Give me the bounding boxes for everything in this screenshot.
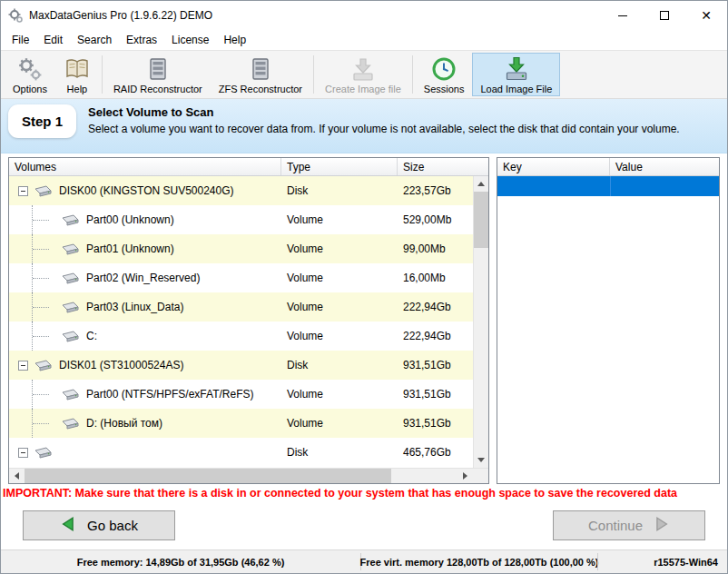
table-row[interactable]: Part01 (Unknown) Volume 99,00Mb: [9, 234, 473, 263]
back-arrow-icon: [60, 515, 78, 536]
step-title: Select Volume to Scan: [88, 105, 680, 119]
load-image-file-button[interactable]: Load Image File: [472, 53, 560, 96]
toolbar-separator: [313, 55, 314, 94]
volume-name: Part01 (Unknown): [86, 242, 174, 255]
table-row[interactable]: Part00 (Unknown) Volume 529,00Mb: [9, 205, 473, 234]
volume-type: Volume: [281, 263, 398, 292]
volume-type: Disk: [281, 438, 398, 467]
step-info: Select Volume to Scan Select a volume yo…: [88, 104, 680, 137]
volume-size: 931,51Gb: [398, 351, 473, 380]
status-bar: Free memory: 14,89Gb of 31,95Gb (46,62 %…: [1, 549, 727, 573]
scroll-down-arrow[interactable]: [474, 452, 488, 468]
app-window: MaxDataGenius Pro (1.9.6.22) DEMO ✕ File…: [0, 0, 728, 574]
menu-extras[interactable]: Extras: [119, 32, 164, 48]
volume-type: Volume: [281, 380, 398, 409]
column-header-type[interactable]: Type: [281, 158, 398, 175]
menu-search[interactable]: Search: [70, 32, 119, 48]
scroll-left-arrow[interactable]: [9, 469, 25, 483]
create-image-icon: [349, 55, 377, 83]
volume-type: Volume: [281, 234, 398, 263]
toolbar-separator: [102, 55, 103, 94]
table-row[interactable]: Disk 465,76Gb: [9, 438, 473, 467]
zfs-tower-icon: [247, 55, 274, 83]
vertical-scroll-thumb[interactable]: [474, 192, 488, 248]
tree-connector: [32, 234, 55, 263]
volume-size: 465,76Gb: [398, 438, 473, 467]
volume-name: Part00 (Unknown): [86, 213, 174, 226]
gears-icon: [16, 55, 44, 83]
navigation-bar: Go back Continue: [1, 502, 727, 548]
zfs-reconstructor-button[interactable]: ZFS Reconstructor: [211, 53, 310, 96]
column-header-volumes[interactable]: Volumes: [9, 158, 281, 175]
details-panel: Key Value: [497, 157, 720, 484]
table-row[interactable]: Part00 (NTFS/HPFS/exFAT/ReFS) Volume 931…: [9, 380, 473, 409]
important-warning: IMPORTANT: Make sure that there is a dis…: [1, 484, 727, 502]
step-banner: Step 1 Select Volume to Scan Select a vo…: [1, 99, 727, 153]
forward-arrow-icon: [652, 515, 670, 536]
go-back-button[interactable]: Go back: [23, 510, 175, 540]
volume-name: DISK01 (ST31000524AS): [59, 359, 183, 371]
scroll-up-arrow[interactable]: [474, 176, 488, 192]
load-image-file-label: Load Image File: [480, 84, 552, 94]
options-button[interactable]: Options: [5, 53, 55, 96]
sessions-label: Sessions: [424, 84, 465, 94]
create-image-file-button[interactable]: Create Image file: [317, 53, 409, 96]
disk-icon: [59, 388, 81, 401]
help-label: Help: [67, 84, 88, 94]
raid-tower-icon: [144, 55, 172, 83]
status-free-virtual-memory: Free virt. memory 128,00Tb of 128,00Tb (…: [361, 550, 597, 573]
vertical-scrollbar[interactable]: [473, 176, 488, 468]
menu-help[interactable]: Help: [216, 32, 253, 48]
table-row[interactable]: D: (Новый том) Volume 931,51Gb: [9, 409, 473, 438]
step-description: Select a volume you want to recover data…: [88, 122, 680, 137]
volume-name: C:: [86, 330, 97, 342]
volume-name: D: (Новый том): [86, 417, 162, 430]
menu-edit[interactable]: Edit: [36, 32, 70, 48]
main-content: Volumes Type Size DISK00 (KINGSTON SUV50…: [1, 153, 727, 484]
menu-license[interactable]: License: [164, 32, 216, 48]
volume-type: Volume: [281, 409, 398, 438]
volume-size: 931,51Gb: [398, 380, 473, 409]
maximize-button[interactable]: [644, 1, 685, 30]
menu-file[interactable]: File: [5, 32, 36, 48]
load-image-drive-icon: [503, 55, 530, 83]
zfs-reconstructor-label: ZFS Reconstructor: [219, 84, 302, 94]
minimize-button[interactable]: [602, 1, 644, 30]
close-button[interactable]: ✕: [685, 1, 727, 30]
tree-expander-minus[interactable]: [18, 186, 28, 196]
table-row[interactable]: DISK01 (ST31000524AS) Disk 931,51Gb: [9, 351, 473, 380]
table-row[interactable]: Part03 (Linux_Data) Volume 222,94Gb: [9, 292, 473, 322]
options-label: Options: [13, 84, 47, 94]
continue-button[interactable]: Continue: [553, 510, 705, 540]
horizontal-scroll-thumb[interactable]: [25, 469, 391, 483]
volumes-table-header: Volumes Type Size: [9, 158, 488, 176]
help-button[interactable]: Help: [55, 53, 99, 96]
volume-size: 16,00Mb: [398, 263, 473, 292]
column-header-key[interactable]: Key: [497, 158, 610, 175]
continue-label: Continue: [588, 518, 643, 533]
scroll-right-arrow[interactable]: [457, 469, 473, 483]
tree-connector: [32, 263, 55, 292]
volume-type: Volume: [281, 292, 398, 322]
table-row[interactable]: C: Volume 222,94Gb: [9, 322, 473, 351]
table-row[interactable]: Part02 (Win_Reserved) Volume 16,00Mb: [9, 263, 473, 292]
volume-size: 529,00Mb: [398, 205, 473, 234]
tree-expander-minus[interactable]: [18, 448, 28, 458]
volume-type: Disk: [281, 351, 398, 380]
column-header-size[interactable]: Size: [398, 158, 488, 175]
create-image-file-label: Create Image file: [325, 84, 401, 94]
details-table-header: Key Value: [497, 158, 719, 176]
table-row[interactable]: DISK00 (KINGSTON SUV500240G) Disk 223,57…: [9, 176, 473, 205]
volume-size: 931,51Gb: [398, 409, 473, 438]
raid-reconstructor-button[interactable]: RAID Reconstructor: [105, 53, 211, 96]
details-selected-row[interactable]: [497, 176, 719, 196]
volume-name: Part00 (NTFS/HPFS/exFAT/ReFS): [86, 388, 253, 401]
sessions-button[interactable]: Sessions: [416, 53, 473, 96]
scrollbar-corner: [473, 469, 488, 483]
disk-icon: [59, 272, 81, 285]
column-header-value[interactable]: Value: [610, 158, 719, 175]
tree-expander-minus[interactable]: [18, 361, 28, 371]
maximize-icon: [660, 11, 669, 20]
horizontal-scrollbar[interactable]: [9, 469, 473, 483]
minimize-icon: [618, 15, 627, 16]
